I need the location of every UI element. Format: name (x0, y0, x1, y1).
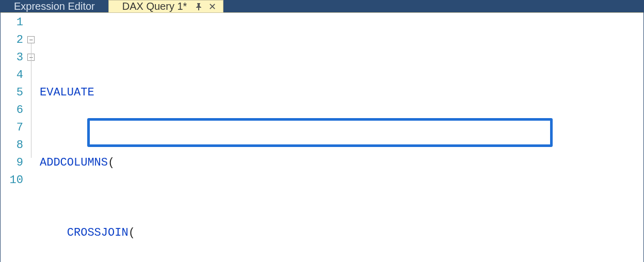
tab-actions: ✕ (194, 2, 217, 11)
fold-toggle-icon[interactable]: − (27, 36, 35, 43)
line-number: 3 (1, 49, 23, 67)
text-token: ( (128, 226, 135, 239)
line-number-gutter: 1 2 3 4 5 6 7 8 9 10 (1, 14, 27, 262)
code-text-area[interactable]: EVALUATE ADDCOLUMNS( CROSSJOIN( VALUES(M… (38, 14, 643, 262)
keyword-token: EVALUATE (40, 86, 94, 99)
tab-dax-query[interactable]: DAX Query 1* ✕ (108, 0, 224, 12)
tab-label: DAX Query 1* (122, 1, 187, 12)
line-number: 2 (1, 31, 23, 49)
line-number: 4 (1, 67, 23, 84)
text-token: ( (108, 156, 115, 169)
line-number: 1 (1, 14, 23, 31)
fold-guide-line (31, 43, 31, 158)
indent (40, 226, 67, 239)
code-line: CROSSJOIN( (40, 224, 643, 242)
line-number: 7 (1, 119, 23, 137)
fold-column: − − (27, 14, 38, 262)
keyword-token: ADDCOLUMNS (40, 156, 108, 169)
line-number: 10 (1, 172, 23, 189)
highlight-box (87, 118, 553, 147)
line-number: 5 (1, 84, 23, 102)
keyword-token: CROSSJOIN (67, 226, 128, 239)
tab-bar: Expression Editor DAX Query 1* ✕ (1, 0, 643, 12)
code-line: ADDCOLUMNS( (40, 154, 643, 172)
line-number: 9 (1, 154, 23, 172)
pin-icon[interactable] (194, 2, 203, 11)
close-icon[interactable]: ✕ (207, 2, 217, 11)
line-number: 8 (1, 137, 23, 154)
code-line: EVALUATE (40, 84, 643, 102)
code-editor[interactable]: 1 2 3 4 5 6 7 8 9 10 − − EVALUATE ADDCOL… (1, 13, 643, 262)
tab-expression-editor[interactable]: Expression Editor (1, 0, 108, 12)
line-number: 6 (1, 102, 23, 119)
editor-window: Expression Editor DAX Query 1* ✕ 1 2 3 4… (0, 0, 644, 262)
tab-label: Expression Editor (14, 1, 95, 12)
